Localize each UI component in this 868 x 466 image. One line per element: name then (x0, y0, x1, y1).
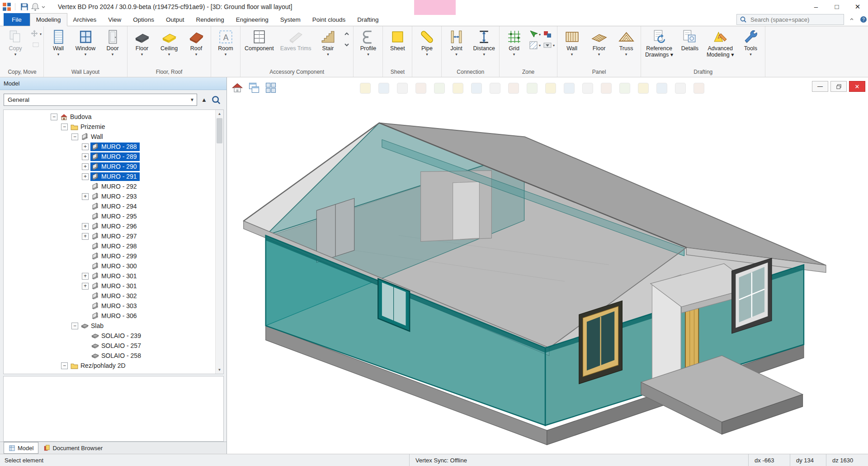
tree-item-muro-301[interactable]: +MURO - 301 (4, 271, 223, 281)
3d-model-view[interactable] (227, 77, 868, 454)
tab-point-clouds[interactable]: Point clouds (307, 13, 352, 26)
tree-search-button[interactable] (211, 95, 221, 105)
tree-scrollbar[interactable]: ▲ ▼ (215, 110, 223, 374)
minimize-button[interactable]: – (806, 0, 826, 13)
scroll-down-icon[interactable]: ▼ (216, 366, 223, 374)
ribbon-button-room[interactable]: ARoom▾ (212, 26, 239, 57)
tree-item-muro-306[interactable]: MURO - 306 (4, 311, 223, 321)
expand-toggle[interactable]: + (82, 283, 89, 290)
tab-model[interactable]: Model (4, 442, 38, 454)
tree-item-muro-299[interactable]: MURO - 299 (4, 251, 223, 261)
tab-document-browser[interactable]: Document Browser (38, 442, 108, 454)
tab-engineering[interactable]: Engineering (230, 13, 274, 26)
notifications-icon[interactable] (31, 2, 40, 11)
tree-item-prizemie[interactable]: −Prizemie (4, 122, 223, 132)
ribbon-button-gallery-up[interactable] (342, 29, 351, 38)
tree-item-solaio-258[interactable]: SOLAIO - 258 (4, 351, 223, 361)
ribbon-button-component[interactable]: Component (241, 26, 277, 52)
save-icon[interactable] (20, 2, 29, 11)
viewport-minimize-button[interactable]: — (812, 81, 828, 92)
tab-drafting[interactable]: Drafting (351, 13, 384, 26)
ribbon-button-zone-hatch[interactable]: ▾ (529, 41, 541, 50)
expand-toggle[interactable]: + (82, 143, 89, 150)
collapse-toggle[interactable]: − (71, 133, 78, 140)
collapse-toggle[interactable]: − (61, 362, 68, 369)
ribbon-button-copy[interactable]: Copy▾ (2, 26, 29, 57)
ribbon-button-gallery-down[interactable] (342, 40, 351, 49)
tab-modeling[interactable]: Modeling (30, 13, 67, 26)
tree-item-muro-296[interactable]: +MURO - 296 (4, 221, 223, 231)
ribbon-button-eaves-trims[interactable]: Eaves Trims (277, 26, 315, 52)
expand-toggle[interactable]: + (82, 163, 89, 170)
ribbon-button-advanced-modeling[interactable]: AdvancedModeling ▾ (703, 26, 737, 59)
expand-toggle[interactable]: + (82, 233, 89, 240)
quick-access-chevron-icon[interactable] (41, 2, 46, 11)
tree-item-wall[interactable]: −Wall (4, 132, 223, 142)
expand-toggle[interactable]: + (82, 173, 89, 180)
tree-item-slab[interactable]: −Slab (4, 321, 223, 331)
collapse-ribbon-icon[interactable] (848, 15, 856, 24)
collapse-toggle[interactable]: − (61, 124, 68, 130)
tree-item-muro-302[interactable]: MURO - 302 (4, 291, 223, 301)
ribbon-button-floor[interactable]: Floor▾ (128, 26, 156, 57)
tree-item-muro-298[interactable]: MURO - 298 (4, 241, 223, 251)
tree-item-muro-300[interactable]: MURO - 300 (4, 261, 223, 271)
viewport-close-button[interactable]: ✕ (849, 81, 865, 92)
ribbon-button-distance[interactable]: Distance▾ (470, 26, 498, 57)
tree-item-rez-pohlady-2d[interactable]: −Rez/pohlady 2D (4, 361, 223, 371)
expand-toggle[interactable]: + (82, 273, 89, 280)
tree-item-muro-294[interactable]: MURO - 294 (4, 201, 223, 211)
ribbon-button-profile[interactable]: Profile▾ (354, 26, 382, 57)
3d-viewport[interactable]: — ✕ (227, 77, 868, 454)
maximize-button[interactable]: □ (826, 0, 847, 13)
tree-item-muro-293[interactable]: +MURO - 293 (4, 191, 223, 201)
tree-item-muro-289[interactable]: +MURO - 289 (4, 152, 223, 162)
ribbon-button-pipe[interactable]: Pipe▾ (413, 26, 440, 57)
cascade-windows-icon[interactable] (248, 81, 260, 94)
ribbon-button-sheet[interactable]: Sheet (384, 26, 411, 52)
ribbon-button-details[interactable]: Details (676, 26, 703, 52)
collapse-toggle[interactable]: − (51, 114, 57, 120)
ribbon-button-zone-colors[interactable] (543, 30, 555, 39)
tree-item-solaio-239[interactable]: SOLAIO - 239 (4, 331, 223, 341)
ribbon-button-window[interactable]: Window▾ (72, 26, 99, 57)
tree-item-muro-288[interactable]: +MURO - 288 (4, 142, 223, 152)
tab-view[interactable]: View (102, 13, 127, 26)
filter-dropdown[interactable]: General ▼ (4, 94, 197, 106)
help-icon[interactable]: ? (859, 15, 868, 24)
tab-rendering[interactable]: Rendering (190, 13, 230, 26)
home-icon[interactable] (231, 81, 244, 94)
grid-view-icon[interactable] (264, 81, 277, 94)
ribbon-button-wall[interactable]: Wall▾ (45, 26, 72, 57)
ribbon-button-move[interactable]: ▾ (30, 29, 42, 38)
tab-system[interactable]: System (274, 13, 307, 26)
tree-item-muro-303[interactable]: MURO - 303 (4, 301, 223, 311)
search-input[interactable] (750, 16, 837, 24)
ribbon-button-grid[interactable]: Grid▾ (500, 26, 528, 57)
tree-item-muro-290[interactable]: +MURO - 290 (4, 162, 223, 171)
scroll-up-icon[interactable]: ▲ (216, 110, 223, 118)
tree-item-muro-291[interactable]: +MURO - 291 (4, 171, 223, 181)
tree-item-muro-292[interactable]: MURO - 292 (4, 181, 223, 191)
tree-item-budova[interactable]: −Budova (4, 112, 223, 122)
search-box[interactable] (736, 14, 844, 25)
ribbon-button-ceiling[interactable]: Ceiling▾ (156, 26, 183, 57)
ribbon-button-wall[interactable]: Wall▾ (558, 26, 585, 57)
ribbon-button-joint[interactable]: Joint▾ (443, 26, 470, 57)
sort-up-button[interactable]: ▲ (201, 96, 207, 103)
ribbon-button-truss[interactable]: Truss▾ (613, 26, 640, 57)
ribbon-button-floor[interactable]: Floor▾ (585, 26, 613, 57)
tree-item-muro-297[interactable]: +MURO - 297 (4, 231, 223, 241)
ribbon-button-zone-type[interactable]: ▾ (543, 41, 555, 50)
ribbon-button-roof[interactable]: Roof▾ (183, 26, 210, 57)
scrollbar-thumb[interactable] (217, 118, 222, 143)
collapse-toggle[interactable]: − (71, 323, 78, 329)
tree-item-muro-295[interactable]: MURO - 295 (4, 211, 223, 221)
expand-toggle[interactable]: + (82, 223, 89, 230)
ribbon-button-door[interactable]: Door▾ (99, 26, 126, 57)
tab-options[interactable]: Options (127, 13, 160, 26)
tab-output[interactable]: Output (160, 13, 190, 26)
ribbon-button-reference-drawings[interactable]: ReferenceDrawings ▾ (642, 26, 676, 59)
close-button[interactable]: ✕ (847, 0, 868, 13)
ribbon-button-tools[interactable]: Tools▾ (737, 26, 764, 57)
